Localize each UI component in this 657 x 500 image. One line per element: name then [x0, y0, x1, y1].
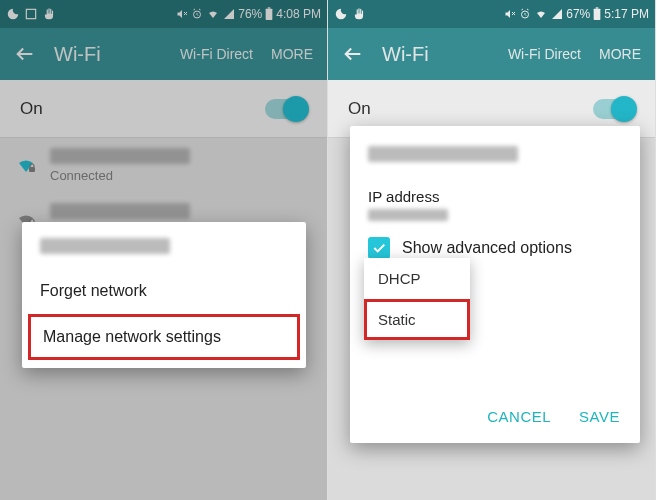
screen-left: 76% 4:08 PM Wi-Fi Wi-Fi Direct MORE On C… — [0, 0, 328, 500]
dialog-title-blurred — [368, 146, 518, 162]
network-context-menu: Forget network Manage network settings — [22, 222, 306, 368]
dhcp-option[interactable]: DHCP — [364, 258, 470, 299]
checkbox-icon[interactable] — [368, 237, 390, 259]
ip-value-blurred — [368, 209, 448, 221]
ip-address-label: IP address — [368, 188, 622, 205]
dialog-actions: CANCEL SAVE — [350, 396, 640, 435]
ip-settings-dropdown: DHCP Static — [364, 258, 470, 340]
show-advanced-label: Show advanced options — [402, 239, 572, 257]
manage-network-settings-item[interactable]: Manage network settings — [28, 314, 300, 360]
popup-title-blurred — [40, 238, 170, 254]
save-button[interactable]: SAVE — [579, 408, 620, 425]
static-option[interactable]: Static — [364, 299, 470, 340]
forget-network-item[interactable]: Forget network — [22, 268, 306, 314]
screen-right: 67% 5:17 PM Wi-Fi Wi-Fi Direct MORE On I… — [328, 0, 656, 500]
cancel-button[interactable]: CANCEL — [487, 408, 551, 425]
